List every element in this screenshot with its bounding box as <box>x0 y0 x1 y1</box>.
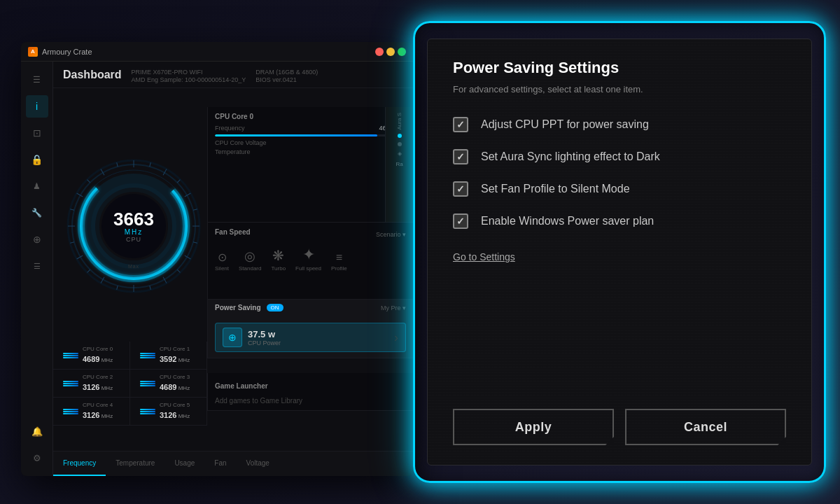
freq-label: Frequency <box>215 125 245 132</box>
fan-speed-panel: Fan Speed Scenario ▾ ⊙ Silent ◎ Standard… <box>207 223 413 300</box>
voltage-label: CPU Core Voltage <box>215 139 267 146</box>
maximize-btn[interactable] <box>398 48 406 56</box>
apply-button[interactable]: Apply <box>453 409 614 445</box>
status-dot <box>398 142 402 146</box>
core-icon-2 <box>63 381 78 386</box>
dialog-buttons: Apply Cancel <box>453 409 786 445</box>
core-2: CPU Core 2 3126 MHz <box>53 370 130 398</box>
app-title: Armoury Crate <box>42 48 371 56</box>
core-1: CPU Core 1 3592 MHz <box>130 342 207 370</box>
tab-voltage[interactable]: Voltage <box>237 451 279 476</box>
sidebar-item-settings[interactable]: ⚙ <box>26 447 48 469</box>
checkbox-label-0: Adjust CPU PPT for power saving <box>481 118 649 131</box>
bottom-tabs: Frequency Temperature Usage Fan Voltage <box>53 451 413 476</box>
sidebar-item-lock[interactable]: 🔒 <box>26 148 48 171</box>
motherboard-info: PRIME X670E-PRO WIFI <box>132 69 246 76</box>
sidebar-item-tools[interactable]: 🔧 <box>26 202 48 224</box>
core-icon-4 <box>63 409 78 414</box>
tab-usage[interactable]: Usage <box>164 451 204 476</box>
main-content: Dashboard PRIME X670E-PRO WIFI AMD Eng S… <box>53 62 413 476</box>
tab-frequency[interactable]: Frequency <box>53 451 106 476</box>
checkbox-item-2[interactable]: ✓ Set Fan Profile to Silent Mode <box>453 181 786 197</box>
core-5: CPU Core 5 3126 MHz <box>130 398 207 426</box>
cancel-button[interactable]: Cancel <box>625 409 786 445</box>
core-5-info: CPU Core 5 3126 MHz <box>160 402 190 421</box>
tab-fan[interactable]: Fan <box>204 451 236 476</box>
cpu-core-content: CPU Core 0 Frequency 4689MHz CPU Core Vo… <box>208 107 413 163</box>
system-info: PRIME X670E-PRO WIFI AMD Eng Sample: 100… <box>132 69 246 83</box>
power-saving-toggle[interactable]: ON <box>267 304 284 312</box>
close-btn[interactable] <box>375 48 384 56</box>
fan-icons-row: ⊙ Silent ◎ Standard ❋ Turbo ✦ Full speed… <box>215 246 406 272</box>
checkbox-item-1[interactable]: ✓ Set Aura Sync lighting effect to Dark <box>453 149 786 164</box>
armoury-window: A Armoury Crate ☰ i ⊡ 🔒 ♟ 🔧 ⊕ ☰ 🔔 ⚙ Dash… <box>21 42 413 476</box>
checkbox-2[interactable]: ✓ <box>453 181 468 197</box>
core-icon-3 <box>140 381 155 386</box>
core-icon-1 <box>140 353 155 358</box>
checkbox-label-1: Set Aura Sync lighting effect to Dark <box>481 150 660 163</box>
checkbox-label-3: Enable Windows Power saver plan <box>481 215 654 227</box>
sidebar-item-monitor[interactable]: ⊡ <box>26 122 48 144</box>
core-2-info: CPU Core 2 3126 MHz <box>83 374 113 393</box>
fan-standard[interactable]: ◎ Standard <box>239 248 261 272</box>
core-icon-5 <box>140 409 155 414</box>
core-icon-0 <box>63 353 78 358</box>
tab-temperature[interactable]: Temperature <box>106 451 164 476</box>
checkbox-list: ✓ Adjust CPU PPT for power saving ✓ Set … <box>453 117 786 389</box>
cpu-power-box: ⊕ 37.5 w CPU Power › <box>215 323 406 352</box>
temp-row: Temperature 38°C <box>215 148 406 155</box>
temp-label: Temperature <box>215 148 251 155</box>
game-launcher-title: Game Launcher <box>215 382 268 390</box>
fan-turbo[interactable]: ❋ Turbo <box>271 247 286 272</box>
check-icon-0: ✓ <box>456 119 465 130</box>
dialog-inner: Power Saving Settings For advanced setti… <box>428 39 811 465</box>
cpu-power-info: 37.5 w CPU Power <box>248 329 281 346</box>
cpu-gauge: Max 3663 MHz CPU <box>64 156 204 296</box>
check-icon-2: ✓ <box>456 183 465 195</box>
freq-row: Frequency 4689MHz <box>215 125 406 132</box>
check-icon-3: ✓ <box>456 216 465 227</box>
power-saving-title: Power Saving <box>215 304 261 312</box>
sidebar-item-add[interactable]: ⊕ <box>26 228 48 251</box>
core-3-info: CPU Core 3 4689 MHz <box>160 374 190 393</box>
bios-info: BIOS ver.0421 <box>255 76 318 83</box>
core-3: CPU Core 3 4689 MHz <box>130 370 207 398</box>
cpu-core-panel: CPU Core 0 Frequency 4689MHz CPU Core Vo… <box>207 107 413 223</box>
checkbox-item-3[interactable]: ✓ Enable Windows Power saver plan <box>453 214 786 229</box>
dashboard-header: Dashboard PRIME X670E-PRO WIFI AMD Eng S… <box>53 62 413 88</box>
freq-bar <box>215 134 406 136</box>
minimize-btn[interactable] <box>386 48 395 56</box>
core-4: CPU Core 4 3126 MHz <box>53 398 130 426</box>
fan-speed-title: Fan Speed <box>215 228 251 236</box>
sidebar-item-users[interactable]: ♟ <box>26 175 48 197</box>
window-controls[interactable] <box>375 48 406 56</box>
svg-line-12 <box>177 270 180 272</box>
fan-fullspeed[interactable]: ✦ Full speed <box>295 246 321 272</box>
svg-line-24 <box>88 180 90 183</box>
checkbox-1[interactable]: ✓ <box>453 149 468 164</box>
checkbox-item-0[interactable]: ✓ Adjust CPU PPT for power saving <box>453 117 786 132</box>
gauge-center: 3663 MHz CPU <box>113 210 154 243</box>
game-library-cta[interactable]: Add games to Game Library <box>215 397 406 405</box>
goto-settings-link[interactable]: Go to Settings <box>453 251 786 262</box>
fan-profile[interactable]: ≡ Profile <box>331 251 347 272</box>
check-icon-1: ✓ <box>456 151 465 162</box>
cpu-gauge-area: Max 3663 MHz CPU <box>53 107 214 345</box>
fan-silent[interactable]: ⊙ Silent <box>215 251 229 272</box>
asus-icon: ⊕ <box>223 328 242 347</box>
sidebar-item-bell[interactable]: 🔔 <box>26 420 48 442</box>
dashboard-title: Dashboard <box>63 69 122 81</box>
sidebar-item-list[interactable]: ☰ <box>26 255 48 277</box>
checkbox-0[interactable]: ✓ <box>453 117 468 132</box>
app-icon: A <box>28 47 38 57</box>
dram-info: DRAM (16GB & 4800) <box>255 69 318 76</box>
sidebar-bottom: 🔔 ⚙ <box>26 420 48 476</box>
checkbox-3[interactable]: ✓ <box>453 214 468 229</box>
core-0-info: CPU Core 0 4689 MHz <box>83 346 113 365</box>
freq-bar-fill <box>215 134 377 136</box>
cpu-watt-label: CPU Power <box>248 340 281 346</box>
voltage-row: CPU Core Voltage 1.032V <box>215 139 406 146</box>
sidebar-item-info[interactable]: i <box>26 95 48 118</box>
game-launcher-panel: Game Launcher Add games to Game Library <box>207 373 413 411</box>
sidebar-item-menu[interactable]: ☰ <box>26 69 48 91</box>
